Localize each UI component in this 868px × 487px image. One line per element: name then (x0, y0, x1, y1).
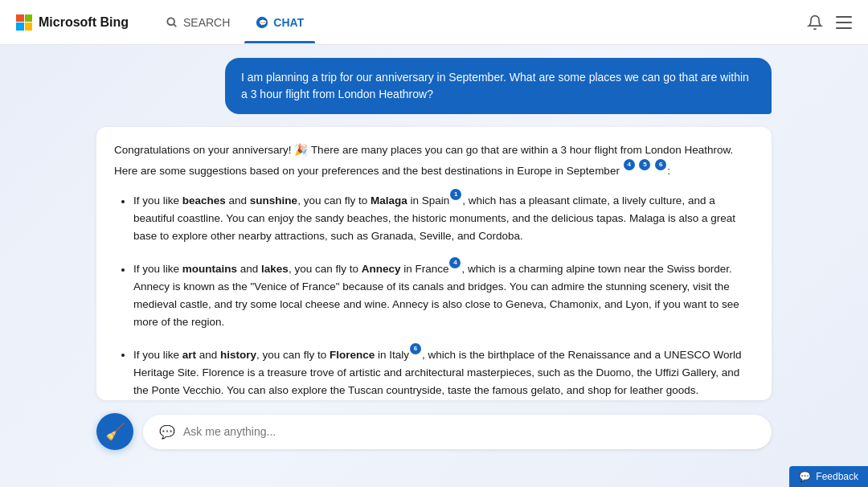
svg-text:💬: 💬 (259, 18, 267, 27)
logo-red-quad (16, 14, 24, 23)
ref-badge-5: 5 (639, 159, 650, 170)
logo-green-quad (25, 14, 33, 23)
ref-badge-6a: 6 (655, 159, 666, 170)
chat-bubble-icon: 💬 (256, 16, 268, 29)
header-right (807, 14, 852, 31)
ai-response-card: Congratulations on your anniversary! 🎉 T… (96, 127, 772, 400)
feedback-label: Feedback (816, 471, 858, 482)
ref-badge-6b: 6 (410, 343, 421, 354)
user-message-container: I am planning a trip for our anniversary… (96, 58, 772, 114)
feedback-button[interactable]: 💬 Feedback (789, 466, 868, 487)
new-chat-button[interactable]: 🧹 (96, 413, 133, 450)
keyword-sunshine: sunshine (250, 195, 297, 207)
user-message-text: I am planning a trip for our anniversary… (241, 71, 749, 100)
chat-input[interactable] (183, 425, 755, 438)
keyword-florence: Florence (330, 349, 375, 361)
ref-badge-4b: 4 (449, 257, 461, 268)
logo-blue-quad (16, 23, 24, 31)
keyword-mountains: mountains (182, 264, 237, 276)
keyword-annecy: Annecy (362, 264, 401, 276)
nav-chat[interactable]: 💬 CHAT (244, 10, 315, 35)
input-field-wrapper: 💬 (143, 415, 772, 449)
feedback-icon: 💬 (799, 471, 811, 482)
user-message-bubble: I am planning a trip for our anniversary… (225, 58, 772, 114)
svg-point-0 (167, 18, 174, 25)
keyword-lakes: lakes (261, 264, 289, 276)
notification-bell-icon[interactable] (807, 14, 823, 31)
hamburger-menu-icon[interactable] (836, 16, 852, 29)
keyword-malaga: Malaga (371, 195, 407, 207)
keyword-art: art (182, 349, 196, 361)
logo-yellow-quad (25, 23, 33, 31)
nav-search[interactable]: SEARCH (154, 10, 241, 35)
hamburger-line-2 (836, 22, 852, 23)
main-content: I am planning a trip for our anniversary… (0, 45, 868, 487)
keyword-history: history (220, 349, 256, 361)
hamburger-line-3 (836, 27, 852, 29)
svg-line-1 (174, 24, 176, 27)
ref-badge-4: 4 (624, 159, 635, 170)
keyword-beaches: beaches (182, 195, 226, 207)
broom-icon: 🧹 (105, 422, 125, 441)
list-item-annecy: If you like mountains and lakes, you can… (133, 257, 754, 330)
hamburger-line-1 (836, 16, 852, 18)
chat-label: CHAT (273, 16, 304, 29)
list-item-malaga: If you like beaches and sunshine, you ca… (133, 189, 754, 244)
search-icon (166, 16, 178, 29)
header: Microsoft Bing SEARCH 💬 CHAT (0, 0, 868, 45)
microsoft-logo (16, 14, 32, 31)
input-chat-icon: 💬 (159, 424, 175, 440)
logo-text: Microsoft Bing (39, 15, 129, 30)
destinations-list: If you like beaches and sunshine, you ca… (114, 189, 754, 399)
input-bar: 🧹 💬 (96, 413, 772, 453)
nav-bar: SEARCH 💬 CHAT (154, 10, 807, 35)
ref-badge-1: 1 (450, 189, 461, 200)
list-item-florence: If you like art and history, you can fly… (133, 343, 754, 399)
ai-intro-paragraph: Congratulations on your anniversary! 🎉 T… (114, 141, 754, 179)
search-label: SEARCH (183, 16, 230, 29)
logo-area: Microsoft Bing (16, 14, 129, 31)
